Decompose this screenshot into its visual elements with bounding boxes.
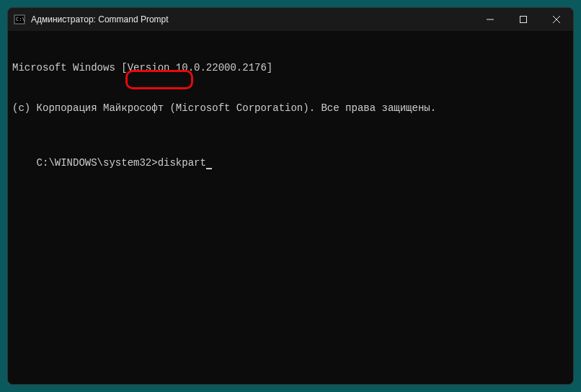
svg-text:C:\: C:\ <box>16 17 25 22</box>
titlebar[interactable]: C:\ Администратор: Command Prompt <box>8 8 573 31</box>
window-controls <box>474 8 573 31</box>
svg-rect-3 <box>520 17 527 23</box>
cursor <box>206 168 212 169</box>
copyright-line: (c) Корпорация Майкрософт (Microsoft Cor… <box>12 102 569 115</box>
maximize-button[interactable] <box>507 8 540 31</box>
close-button[interactable] <box>540 8 573 31</box>
version-line: Microsoft Windows [Version 10.0.22000.21… <box>12 61 569 75</box>
prompt-line: C:\WINDOWS\system32>diskpart <box>37 156 212 170</box>
prompt-text: C:\WINDOWS\system32> <box>37 157 158 169</box>
window-title: Администратор: Command Prompt <box>31 14 474 24</box>
command-prompt-window: C:\ Администратор: Command Prompt Micros… <box>7 7 574 385</box>
cmd-icon: C:\ <box>14 14 25 25</box>
command-text: diskpart <box>158 157 206 169</box>
minimize-button[interactable] <box>474 8 507 31</box>
terminal-area[interactable]: Microsoft Windows [Version 10.0.22000.21… <box>8 31 573 384</box>
